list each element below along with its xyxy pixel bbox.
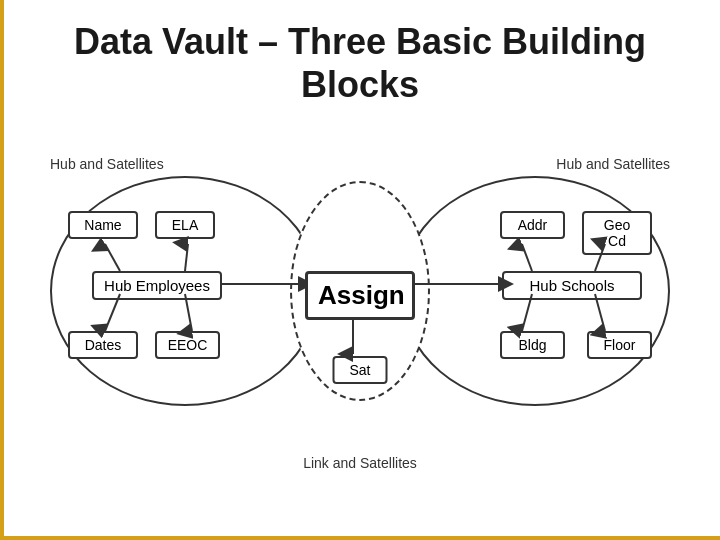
link-label: Link and Satellites bbox=[303, 455, 417, 471]
hub-schools-box: Hub Schools bbox=[502, 271, 642, 300]
sat-box: Sat bbox=[333, 356, 388, 384]
bldg-box: Bldg bbox=[500, 331, 565, 359]
hub-label-left: Hub and Satellites bbox=[50, 156, 164, 172]
hub-label-right: Hub and Satellites bbox=[556, 156, 670, 172]
left-border bbox=[0, 0, 4, 536]
ela-box: ELA bbox=[155, 211, 215, 239]
dates-box: Dates bbox=[68, 331, 138, 359]
name-box: Name bbox=[68, 211, 138, 239]
hub-employees-box: Hub Employees bbox=[92, 271, 222, 300]
page: Data Vault – Three Basic Building Blocks… bbox=[0, 0, 720, 540]
assign-box: Assign bbox=[305, 271, 415, 320]
page-title: Data Vault – Three Basic Building Blocks bbox=[30, 20, 690, 106]
bottom-border bbox=[0, 536, 720, 540]
addr-box: Addr bbox=[500, 211, 565, 239]
eeoc-box: EEOC bbox=[155, 331, 220, 359]
floor-box: Floor bbox=[587, 331, 652, 359]
geocd-box: Geo Cd bbox=[582, 211, 652, 255]
diagram-area: Hub and Satellites Hub and Satellites Na… bbox=[30, 126, 690, 486]
